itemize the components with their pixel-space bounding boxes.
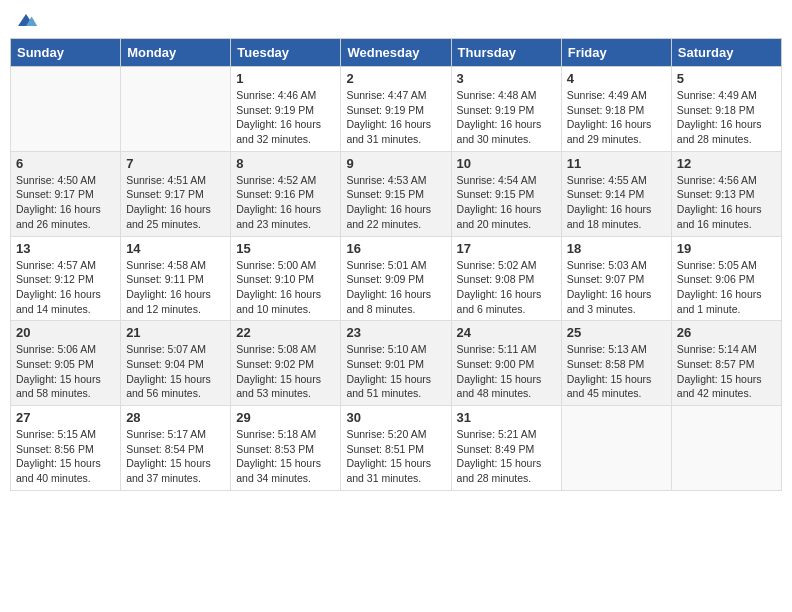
calendar-cell: 10Sunrise: 4:54 AM Sunset: 9:15 PM Dayli… — [451, 151, 561, 236]
column-header-saturday: Saturday — [671, 39, 781, 67]
day-detail: Sunrise: 5:14 AM Sunset: 8:57 PM Dayligh… — [677, 342, 776, 401]
calendar-cell — [561, 406, 671, 491]
day-detail: Sunrise: 4:47 AM Sunset: 9:19 PM Dayligh… — [346, 88, 445, 147]
calendar-cell: 16Sunrise: 5:01 AM Sunset: 9:09 PM Dayli… — [341, 236, 451, 321]
day-number: 1 — [236, 71, 335, 86]
calendar-cell — [121, 67, 231, 152]
day-detail: Sunrise: 4:51 AM Sunset: 9:17 PM Dayligh… — [126, 173, 225, 232]
day-number: 4 — [567, 71, 666, 86]
column-header-monday: Monday — [121, 39, 231, 67]
day-number: 21 — [126, 325, 225, 340]
day-number: 23 — [346, 325, 445, 340]
day-detail: Sunrise: 5:15 AM Sunset: 8:56 PM Dayligh… — [16, 427, 115, 486]
calendar-cell: 27Sunrise: 5:15 AM Sunset: 8:56 PM Dayli… — [11, 406, 121, 491]
calendar-week-row: 20Sunrise: 5:06 AM Sunset: 9:05 PM Dayli… — [11, 321, 782, 406]
logo — [14, 10, 40, 30]
day-detail: Sunrise: 5:06 AM Sunset: 9:05 PM Dayligh… — [16, 342, 115, 401]
day-number: 17 — [457, 241, 556, 256]
calendar-header-row: SundayMondayTuesdayWednesdayThursdayFrid… — [11, 39, 782, 67]
calendar-cell: 21Sunrise: 5:07 AM Sunset: 9:04 PM Dayli… — [121, 321, 231, 406]
day-number: 6 — [16, 156, 115, 171]
day-detail: Sunrise: 4:58 AM Sunset: 9:11 PM Dayligh… — [126, 258, 225, 317]
day-number: 20 — [16, 325, 115, 340]
page-header — [10, 10, 782, 30]
day-number: 14 — [126, 241, 225, 256]
calendar-cell: 30Sunrise: 5:20 AM Sunset: 8:51 PM Dayli… — [341, 406, 451, 491]
day-detail: Sunrise: 4:52 AM Sunset: 9:16 PM Dayligh… — [236, 173, 335, 232]
day-number: 15 — [236, 241, 335, 256]
calendar-cell: 12Sunrise: 4:56 AM Sunset: 9:13 PM Dayli… — [671, 151, 781, 236]
calendar-cell: 24Sunrise: 5:11 AM Sunset: 9:00 PM Dayli… — [451, 321, 561, 406]
day-detail: Sunrise: 5:05 AM Sunset: 9:06 PM Dayligh… — [677, 258, 776, 317]
day-detail: Sunrise: 5:02 AM Sunset: 9:08 PM Dayligh… — [457, 258, 556, 317]
calendar-cell: 19Sunrise: 5:05 AM Sunset: 9:06 PM Dayli… — [671, 236, 781, 321]
day-number: 3 — [457, 71, 556, 86]
day-number: 13 — [16, 241, 115, 256]
day-detail: Sunrise: 5:17 AM Sunset: 8:54 PM Dayligh… — [126, 427, 225, 486]
calendar-cell: 31Sunrise: 5:21 AM Sunset: 8:49 PM Dayli… — [451, 406, 561, 491]
calendar-cell: 1Sunrise: 4:46 AM Sunset: 9:19 PM Daylig… — [231, 67, 341, 152]
calendar-cell: 18Sunrise: 5:03 AM Sunset: 9:07 PM Dayli… — [561, 236, 671, 321]
day-detail: Sunrise: 5:03 AM Sunset: 9:07 PM Dayligh… — [567, 258, 666, 317]
column-header-friday: Friday — [561, 39, 671, 67]
day-number: 7 — [126, 156, 225, 171]
calendar-cell: 28Sunrise: 5:17 AM Sunset: 8:54 PM Dayli… — [121, 406, 231, 491]
calendar-cell: 2Sunrise: 4:47 AM Sunset: 9:19 PM Daylig… — [341, 67, 451, 152]
day-number: 24 — [457, 325, 556, 340]
calendar-cell — [11, 67, 121, 152]
calendar-week-row: 1Sunrise: 4:46 AM Sunset: 9:19 PM Daylig… — [11, 67, 782, 152]
day-number: 27 — [16, 410, 115, 425]
day-number: 5 — [677, 71, 776, 86]
day-detail: Sunrise: 5:00 AM Sunset: 9:10 PM Dayligh… — [236, 258, 335, 317]
day-number: 2 — [346, 71, 445, 86]
day-detail: Sunrise: 5:01 AM Sunset: 9:09 PM Dayligh… — [346, 258, 445, 317]
day-number: 8 — [236, 156, 335, 171]
calendar-cell: 3Sunrise: 4:48 AM Sunset: 9:19 PM Daylig… — [451, 67, 561, 152]
day-number: 16 — [346, 241, 445, 256]
calendar-cell: 11Sunrise: 4:55 AM Sunset: 9:14 PM Dayli… — [561, 151, 671, 236]
day-number: 22 — [236, 325, 335, 340]
calendar-cell: 4Sunrise: 4:49 AM Sunset: 9:18 PM Daylig… — [561, 67, 671, 152]
column-header-sunday: Sunday — [11, 39, 121, 67]
day-detail: Sunrise: 5:13 AM Sunset: 8:58 PM Dayligh… — [567, 342, 666, 401]
day-number: 12 — [677, 156, 776, 171]
calendar-cell: 22Sunrise: 5:08 AM Sunset: 9:02 PM Dayli… — [231, 321, 341, 406]
calendar-cell: 25Sunrise: 5:13 AM Sunset: 8:58 PM Dayli… — [561, 321, 671, 406]
day-detail: Sunrise: 4:46 AM Sunset: 9:19 PM Dayligh… — [236, 88, 335, 147]
day-number: 30 — [346, 410, 445, 425]
logo-icon — [14, 10, 38, 30]
day-detail: Sunrise: 4:54 AM Sunset: 9:15 PM Dayligh… — [457, 173, 556, 232]
day-detail: Sunrise: 4:48 AM Sunset: 9:19 PM Dayligh… — [457, 88, 556, 147]
day-number: 19 — [677, 241, 776, 256]
day-detail: Sunrise: 4:56 AM Sunset: 9:13 PM Dayligh… — [677, 173, 776, 232]
column-header-tuesday: Tuesday — [231, 39, 341, 67]
day-detail: Sunrise: 4:55 AM Sunset: 9:14 PM Dayligh… — [567, 173, 666, 232]
day-detail: Sunrise: 4:49 AM Sunset: 9:18 PM Dayligh… — [567, 88, 666, 147]
column-header-thursday: Thursday — [451, 39, 561, 67]
calendar-cell: 20Sunrise: 5:06 AM Sunset: 9:05 PM Dayli… — [11, 321, 121, 406]
calendar-cell: 7Sunrise: 4:51 AM Sunset: 9:17 PM Daylig… — [121, 151, 231, 236]
calendar-cell: 8Sunrise: 4:52 AM Sunset: 9:16 PM Daylig… — [231, 151, 341, 236]
day-detail: Sunrise: 4:53 AM Sunset: 9:15 PM Dayligh… — [346, 173, 445, 232]
calendar-cell: 29Sunrise: 5:18 AM Sunset: 8:53 PM Dayli… — [231, 406, 341, 491]
day-detail: Sunrise: 5:08 AM Sunset: 9:02 PM Dayligh… — [236, 342, 335, 401]
calendar-week-row: 13Sunrise: 4:57 AM Sunset: 9:12 PM Dayli… — [11, 236, 782, 321]
calendar-week-row: 27Sunrise: 5:15 AM Sunset: 8:56 PM Dayli… — [11, 406, 782, 491]
day-detail: Sunrise: 5:21 AM Sunset: 8:49 PM Dayligh… — [457, 427, 556, 486]
calendar-cell: 5Sunrise: 4:49 AM Sunset: 9:18 PM Daylig… — [671, 67, 781, 152]
calendar-cell: 6Sunrise: 4:50 AM Sunset: 9:17 PM Daylig… — [11, 151, 121, 236]
day-number: 26 — [677, 325, 776, 340]
calendar-cell: 15Sunrise: 5:00 AM Sunset: 9:10 PM Dayli… — [231, 236, 341, 321]
day-number: 10 — [457, 156, 556, 171]
calendar-table: SundayMondayTuesdayWednesdayThursdayFrid… — [10, 38, 782, 491]
calendar-cell: 9Sunrise: 4:53 AM Sunset: 9:15 PM Daylig… — [341, 151, 451, 236]
calendar-cell: 26Sunrise: 5:14 AM Sunset: 8:57 PM Dayli… — [671, 321, 781, 406]
day-number: 11 — [567, 156, 666, 171]
day-number: 18 — [567, 241, 666, 256]
day-detail: Sunrise: 4:50 AM Sunset: 9:17 PM Dayligh… — [16, 173, 115, 232]
calendar-week-row: 6Sunrise: 4:50 AM Sunset: 9:17 PM Daylig… — [11, 151, 782, 236]
day-number: 31 — [457, 410, 556, 425]
day-number: 28 — [126, 410, 225, 425]
day-detail: Sunrise: 4:57 AM Sunset: 9:12 PM Dayligh… — [16, 258, 115, 317]
calendar-cell: 14Sunrise: 4:58 AM Sunset: 9:11 PM Dayli… — [121, 236, 231, 321]
